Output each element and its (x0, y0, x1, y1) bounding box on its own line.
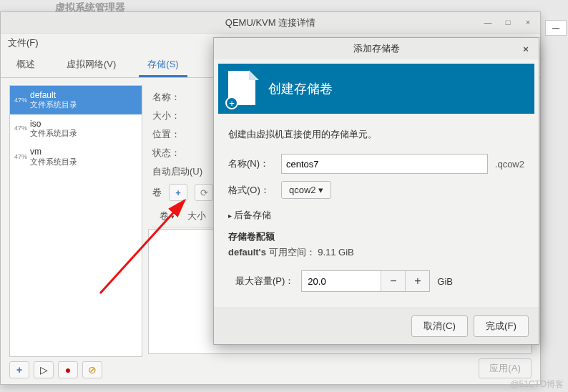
watermark: @51CTO博客 (510, 378, 564, 391)
pool-usage: 47% (14, 153, 27, 160)
cancel-button[interactable]: 取消(C) (411, 315, 468, 337)
name-input[interactable] (281, 154, 488, 174)
tab-storage[interactable]: 存储(S) (139, 54, 187, 77)
background-minimize-button[interactable] (545, 20, 567, 36)
add-storage-volume-dialog: 添加存储卷 × + 创建存储卷 创建由虚拟机直接使用的存储单元。 名称(N)： … (213, 37, 539, 345)
storage-pool-list: 47% default 文件系统目录 47% iso 文件系统目录 47% (9, 85, 142, 357)
quota-title: 存储卷配额 (228, 230, 524, 243)
pool-usage: 47% (14, 97, 27, 104)
pool-name: default (30, 90, 77, 100)
pool-type: 文件系统目录 (30, 129, 77, 138)
pool-type: 文件系统目录 (30, 157, 77, 167)
stop-pool-button[interactable]: ● (58, 361, 78, 378)
detail-size-label: 大小： (152, 109, 198, 122)
backing-store-expander[interactable]: 后备存储 (228, 209, 524, 222)
dialog-titlebar: 添加存储卷 × (214, 38, 539, 59)
volumes-label: 卷 (152, 186, 162, 199)
col-size[interactable]: 大小 (187, 210, 206, 222)
format-select[interactable]: qcow2 ▾ (281, 181, 331, 199)
apply-button: 应用(A) (479, 358, 532, 378)
quota-available: default's 可用空间： 9.11 GiB (228, 246, 524, 259)
maximize-button[interactable]: □ (499, 14, 517, 30)
name-extension: .qcow2 (495, 159, 524, 170)
detail-location-label: 位置： (152, 128, 198, 141)
dialog-banner: + 创建存储卷 (218, 64, 534, 114)
dialog-close-button[interactable]: × (519, 41, 533, 56)
tab-virtual-networks[interactable]: 虚拟网络(V) (58, 54, 124, 77)
detail-name-label: 名称： (152, 91, 198, 104)
tab-overview[interactable]: 概述 (8, 54, 44, 77)
start-pool-button[interactable]: ▷ (34, 361, 54, 378)
name-label: 名称(N)： (228, 157, 274, 170)
capacity-spinner[interactable]: − + (301, 270, 430, 292)
storage-pool-column: 47% default 文件系统目录 47% iso 文件系统目录 47% (9, 85, 142, 378)
window-title: QEMU/KVM 连接详情 (225, 16, 315, 29)
dialog-banner-title: 创建存储卷 (268, 80, 333, 97)
pool-item-iso[interactable]: 47% iso 文件系统目录 (10, 114, 142, 143)
dialog-title: 添加存储卷 (353, 42, 400, 55)
capacity-increment[interactable]: + (405, 271, 429, 291)
dialog-description: 创建由虚拟机直接使用的存储单元。 (228, 128, 524, 141)
close-button[interactable]: × (519, 14, 537, 30)
refresh-volume-button[interactable]: ⟳ (195, 184, 213, 201)
pool-item-vm[interactable]: 47% vm 文件系统目录 (10, 142, 142, 171)
capacity-label: 最大容量(P)： (235, 275, 294, 288)
finish-button[interactable]: 完成(F) (474, 315, 529, 337)
pool-name: vm (30, 147, 77, 157)
minimize-button[interactable]: — (479, 14, 497, 30)
titlebar: QEMU/KVM 连接详情 — □ × (1, 12, 540, 34)
add-volume-button[interactable]: + (169, 184, 187, 201)
pool-type: 文件系统目录 (30, 100, 77, 109)
pool-item-default[interactable]: 47% default 文件系统目录 (10, 86, 142, 114)
detail-state-label: 状态： (152, 147, 198, 160)
delete-pool-button[interactable]: ⊘ (82, 361, 102, 378)
detail-autostart-label: 自动启动(U) (152, 165, 210, 178)
pool-usage: 47% (14, 124, 27, 132)
menu-file[interactable]: 文件(F) (8, 37, 39, 48)
add-pool-button[interactable]: + (9, 361, 29, 378)
file-plus-icon: + (228, 71, 258, 107)
capacity-input[interactable] (302, 275, 381, 288)
pool-name: iso (30, 119, 77, 129)
col-name[interactable]: 卷 (160, 210, 175, 222)
capacity-unit: GiB (437, 276, 453, 287)
format-label: 格式(O)： (228, 184, 274, 197)
capacity-decrement[interactable]: − (381, 271, 405, 291)
